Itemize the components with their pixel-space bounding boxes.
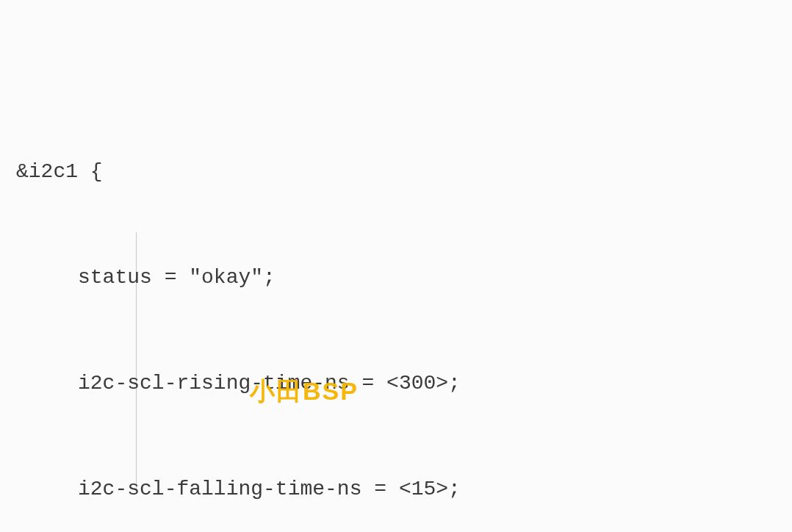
code-line: &i2c1 { — [0, 154, 792, 190]
code-block: &i2c1 { status = "okay"; i2c-scl-rising-… — [0, 0, 792, 532]
code-line: status = "okay"; — [0, 260, 792, 295]
code-line: i2c-scl-falling-time-ns = <15>; — [0, 472, 792, 507]
code-line: i2c-scl-rising-time-ns = <300>; — [0, 366, 792, 401]
